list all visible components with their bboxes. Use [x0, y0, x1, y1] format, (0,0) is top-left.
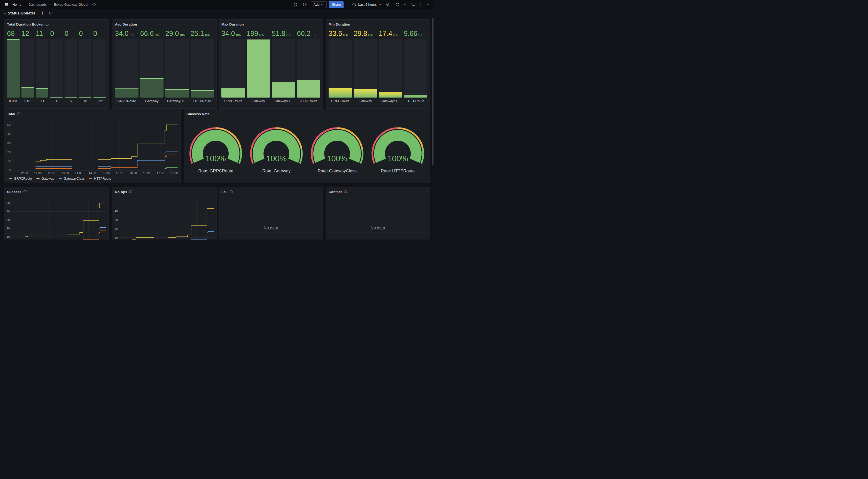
time-series-plot: 12:0012:3013:0013:3014:0014:3015:0015:30…	[113, 187, 216, 240]
menu-icon[interactable]	[3, 1, 10, 8]
y-axis-tick-label: 10	[7, 160, 10, 163]
breadcrumb-home[interactable]: Home	[12, 3, 22, 6]
bar-value-unit: ms	[205, 33, 210, 37]
bar-label: 0.01	[22, 99, 34, 103]
dashboard-row-header: Status Updater	[4, 11, 52, 15]
bar-label: Gateway	[354, 99, 377, 103]
row-delete-trash-icon[interactable]	[49, 11, 52, 15]
bar-gauge-labels: GRPCRouteGatewayGatewayCl…HTTPRoute	[329, 99, 427, 103]
bar-gauge-chart: 34.0ms199ms51.8ms60.2msGRPCRouteGatewayG…	[219, 20, 323, 108]
info-icon[interactable]	[229, 190, 233, 194]
bar-value: 11	[36, 29, 48, 38]
breadcrumb-dashboards[interactable]: Dashboards	[29, 3, 47, 6]
bar-label: Gateway	[140, 99, 164, 103]
breadcrumb-current[interactable]: Envoy Gateway Global	[54, 3, 88, 6]
bar-value: 0	[50, 29, 63, 38]
bar-value: 60.2ms	[297, 29, 320, 39]
series-line-GRPCRoute	[164, 168, 178, 169]
bar-gauge-chart: 33.6ms29.8ms17.4ms9.66msGRPCRouteGateway…	[326, 20, 430, 108]
bar-label: 5	[65, 99, 77, 103]
bar-track	[272, 39, 295, 98]
bar-value-unit: ms	[259, 33, 264, 37]
series-line-GatewayClass	[98, 151, 178, 167]
zoom-out-time-icon[interactable]	[385, 1, 392, 8]
bar-track	[221, 39, 245, 98]
collapse-toolbar-chevron-icon[interactable]	[424, 1, 431, 8]
row-settings-gear-icon[interactable]	[40, 11, 44, 15]
add-button[interactable]: Add	[311, 1, 327, 8]
x-axis-tick-label: 13:00	[48, 172, 55, 175]
y-axis-tick-label: 0	[9, 169, 10, 172]
bar-label: HTTPRoute	[404, 99, 427, 103]
bar-label: Gateway	[247, 99, 270, 103]
series-line-Gateway	[168, 208, 214, 238]
y-axis-tick-label: 10	[6, 235, 10, 238]
bar-track	[22, 39, 34, 98]
bar-gauge-tracks	[115, 39, 214, 98]
series-line-Gateway	[25, 235, 46, 237]
panel-success: Success 12:0012:3013:0013:3014:0014:3015…	[4, 187, 109, 240]
time-series-chart: 12:0012:3013:0013:3014:0014:3015:0015:30…	[4, 109, 181, 183]
y-axis-tick-label: 20	[7, 150, 10, 153]
bar-fill	[297, 80, 320, 98]
x-axis-tick-label: 15:00	[102, 172, 110, 175]
gauge-value: 100%	[388, 154, 408, 163]
panel-header[interactable]: Fail	[219, 187, 323, 195]
favorite-star-icon[interactable]	[91, 1, 97, 8]
gauge-row: 100%Rate: GRPCRoute100%Rate: Gateway100%…	[185, 117, 428, 173]
gauge-chart: 100%Rate: GRPCRoute100%Rate: Gateway100%…	[184, 109, 430, 183]
refresh-interval-chevron-icon[interactable]	[403, 1, 407, 8]
panel-header[interactable]: Conflict	[326, 187, 430, 195]
bar-gauge-values: 34.0ms199ms51.8ms60.2ms	[221, 29, 320, 39]
legend-item-HTTPRoute[interactable]: HTTPRoute	[89, 177, 111, 180]
gauge-value: 100%	[206, 154, 226, 163]
bar-fill	[36, 88, 48, 98]
legend-item-GatewayClass[interactable]: GatewayClass	[59, 177, 85, 180]
gauge-arc: 100%	[371, 127, 424, 166]
bar-track	[247, 39, 270, 98]
time-range-label: Last 6 hours	[358, 3, 377, 6]
bar-value-unit: ms	[286, 33, 291, 37]
bar-label: 0.1	[36, 99, 48, 103]
legend-item-GRPCRoute[interactable]: GRPCRoute	[9, 177, 32, 180]
page-scrollbar[interactable]	[432, 18, 433, 165]
legend-label: HTTPRoute	[94, 177, 111, 180]
save-dashboard-icon[interactable]	[292, 1, 299, 8]
no-data-message: No data	[326, 226, 430, 231]
time-range-picker[interactable]: Last 6 hours	[351, 3, 382, 7]
info-icon[interactable]	[344, 190, 347, 194]
kiosk-mode-icon[interactable]	[410, 1, 417, 8]
y-axis-tick-label: 30	[115, 218, 118, 221]
bar-value-number: 9.66	[404, 30, 417, 37]
bar-value-number: 0	[93, 30, 97, 37]
gauge-label: Rate: HTTPRoute	[381, 169, 414, 173]
x-axis-tick-label: 17:30	[170, 172, 178, 175]
gauge-label: Rate: Gateway	[262, 169, 291, 173]
y-axis-tick-label: 20	[115, 227, 118, 230]
x-axis-tick-label: 14:30	[89, 172, 96, 175]
gauge-rate-gateway: 100%Rate: Gateway	[246, 117, 307, 173]
x-axis-tick-label: 12:30	[34, 172, 41, 175]
refresh-icon[interactable]	[394, 1, 401, 8]
series-line-Gateway	[98, 125, 178, 160]
dashboard-settings-gear-icon[interactable]	[302, 1, 308, 8]
bar-fill	[329, 88, 352, 98]
panel-noops: No-ops 12:0012:3013:0013:3014:0014:3015:…	[112, 187, 217, 240]
share-button[interactable]: Share	[329, 1, 344, 8]
bar-value-unit: ms	[394, 33, 398, 37]
bar-value: 51.8ms	[272, 29, 295, 39]
bar-gauge-labels: GRPCRouteGatewayGatewayCl…HTTPRoute	[115, 99, 214, 103]
bar-track	[191, 39, 214, 98]
gauge-value: 100%	[266, 154, 286, 163]
bar-value-number: 0	[65, 30, 68, 37]
bar-value: 33.6ms	[329, 29, 352, 39]
add-button-label: Add	[314, 3, 319, 6]
bar-value: 29.8ms	[354, 29, 377, 39]
toolbar-divider	[347, 2, 347, 7]
row-collapse-toggle[interactable]: Status Updater	[4, 11, 35, 15]
legend-item-Gateway[interactable]: Gateway	[36, 177, 54, 180]
bar-track	[140, 39, 164, 98]
x-axis-tick-label: 12:00	[21, 172, 28, 175]
bar-label: HTTPRoute	[297, 99, 320, 103]
bar-track	[93, 39, 106, 98]
